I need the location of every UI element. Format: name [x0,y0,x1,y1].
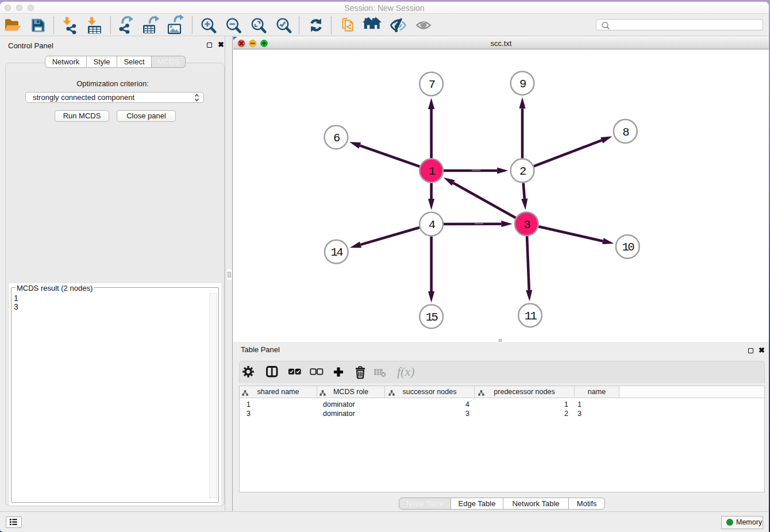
svg-text:8: 8 [622,126,629,139]
svg-text:6: 6 [333,132,340,145]
svg-text:14: 14 [330,246,343,259]
svg-text:2: 2 [519,165,526,178]
svg-text:7: 7 [429,78,435,91]
svg-text:9: 9 [519,78,526,91]
svg-text:15: 15 [426,311,438,324]
svg-text:10: 10 [622,241,634,254]
svg-text:11: 11 [525,310,537,323]
svg-text:3: 3 [523,218,530,232]
